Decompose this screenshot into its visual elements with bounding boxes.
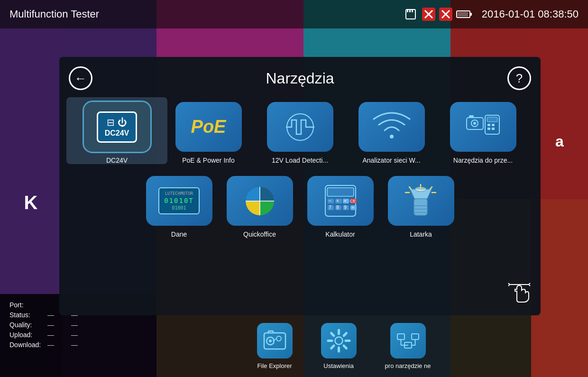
help-button[interactable]: ? [507, 66, 531, 90]
app-grid-row2: LUTECHMOTOR 01010T 01001 Dane [69, 171, 531, 238]
topbar-right: 2016-01-01 08:38:50 [405, 8, 579, 21]
svg-text:9: 9 [344, 205, 347, 210]
narzedzia-przez-label: Narzędzia do prze... [453, 156, 513, 164]
app-grid-row1: ⊟ ⏻ DC24V DC24V PoE PoE & Power Info 12V… [69, 102, 531, 164]
app-dane[interactable]: LUTECHMOTOR 01010T 01001 Dane [146, 176, 212, 238]
pro-narzedzie-icon [390, 323, 426, 359]
svg-line-29 [331, 346, 334, 349]
poe-label: PoE & Power Info [182, 156, 235, 164]
file-explorer-label: File Explorer [257, 362, 292, 369]
camera-calc-svg [464, 110, 502, 144]
latarka-icon [388, 176, 454, 226]
status-row-quality: Quality: — — [9, 321, 147, 329]
app-file-explorer[interactable]: File Explorer [257, 323, 293, 369]
svg-rect-13 [264, 333, 285, 349]
quality-val1: — [47, 321, 66, 329]
ustawienia-label: Ustawienia [323, 362, 354, 369]
poe-icon: PoE [175, 102, 242, 152]
waveform-svg [281, 113, 319, 141]
app-quickoffice[interactable]: Quickoffice [227, 176, 293, 238]
svg-rect-42 [469, 115, 474, 118]
svg-line-28 [344, 333, 347, 336]
svg-point-41 [473, 122, 476, 125]
svg-rect-3 [412, 9, 413, 12]
app-poe[interactable]: PoE PoE & Power Info [165, 102, 252, 164]
svg-text:÷: ÷ [351, 205, 354, 210]
bottom-icons-bar: File Explorer Ustawienia [156, 315, 531, 377]
svg-point-15 [269, 340, 272, 342]
download-label: Download: [9, 341, 43, 349]
app-narzedzia-przez[interactable]: Narzędzia do prze... [440, 102, 526, 164]
svg-point-21 [335, 337, 342, 345]
narzedzia-przez-icon [450, 102, 516, 152]
app-dc24v[interactable]: ⊟ ⏻ DC24V DC24V [74, 102, 160, 164]
upload-val2: — [71, 331, 90, 339]
quality-label: Quality: [9, 321, 43, 329]
download-val2: — [71, 341, 90, 349]
svg-rect-48 [492, 128, 495, 130]
side-right-letter: a [555, 133, 564, 150]
svg-rect-30 [397, 334, 404, 340]
svg-text:8: 8 [336, 205, 339, 210]
upload-label: Upload: [9, 331, 43, 339]
svg-point-16 [276, 336, 281, 341]
wifi-svg [370, 110, 413, 144]
latarka-label: Latarka [410, 230, 432, 238]
svg-rect-12 [458, 12, 468, 17]
side-left-letter: K [24, 192, 38, 213]
x-icon-2 [439, 8, 452, 21]
app-pro-narzedzie[interactable]: pro narzędzie ne [385, 323, 431, 369]
app-kalkulator[interactable]: − × + CE 7 8 9 ÷ Kalkulator [307, 176, 374, 238]
dane-label: Dane [171, 230, 187, 238]
quickoffice-icon [227, 176, 293, 226]
back-button[interactable]: ← [69, 66, 92, 90]
svg-line-26 [331, 333, 334, 336]
12v-load-icon [267, 102, 333, 152]
svg-point-38 [390, 135, 394, 138]
battery-icon [456, 9, 473, 19]
download-val1: — [47, 341, 66, 349]
svg-rect-11 [470, 13, 472, 16]
svg-rect-44 [487, 117, 497, 122]
app-12v-load[interactable]: 12V Load Detecti... [257, 102, 343, 164]
modal-title: Narzędzia [92, 70, 507, 87]
ustawienia-icon [321, 323, 357, 359]
modal-dialog: ← Narzędzia ? ⊟ ⏻ DC24V DC24V PoE PoE & … [59, 57, 541, 315]
calculator-svg: − × + CE 7 8 9 ÷ [322, 183, 359, 219]
svg-text:CE: CE [349, 199, 356, 203]
dc24v-icon: ⊟ ⏻ DC24V [84, 102, 150, 152]
dc24v-label: DC24V [106, 156, 128, 164]
wifi-icon [358, 102, 425, 152]
svg-rect-55 [327, 188, 354, 196]
app-ustawienia[interactable]: Ustawienia [321, 323, 357, 369]
kalkulator-icon: − × + CE 7 8 9 ÷ [307, 176, 374, 226]
pointer-icon [507, 281, 531, 308]
back-icon: ← [74, 71, 87, 86]
svg-rect-2 [409, 9, 411, 12]
svg-rect-1 [407, 9, 408, 12]
quickoffice-label: Quickoffice [243, 230, 276, 238]
flashlight-svg [401, 182, 441, 220]
sd-card-icon [405, 9, 418, 20]
modal-header: ← Narzędzia ? [69, 66, 531, 90]
svg-text:+: + [344, 198, 347, 203]
app-latarka[interactable]: Latarka [388, 176, 454, 238]
svg-text:7: 7 [329, 205, 331, 210]
svg-rect-47 [487, 128, 490, 130]
svg-point-80 [415, 187, 426, 192]
x-icon-1 [422, 8, 435, 21]
status-label: Status: [9, 311, 43, 319]
datetime-display: 2016-01-01 08:38:50 [482, 8, 579, 20]
12v-load-label: 12V Load Detecti... [272, 156, 328, 164]
port-label: Port: [9, 301, 43, 309]
svg-line-27 [344, 346, 347, 349]
app-wifi-analyzer[interactable]: Analizator sieci W... [348, 102, 435, 164]
svg-line-76 [409, 187, 411, 189]
quality-val2: — [71, 321, 90, 329]
svg-rect-45 [487, 124, 490, 126]
help-icon: ? [516, 71, 523, 86]
svg-text:−: − [329, 198, 331, 203]
upload-val1: — [47, 331, 66, 339]
app-title: Multifunction Tester [9, 8, 99, 20]
pie-chart-svg [243, 184, 276, 218]
